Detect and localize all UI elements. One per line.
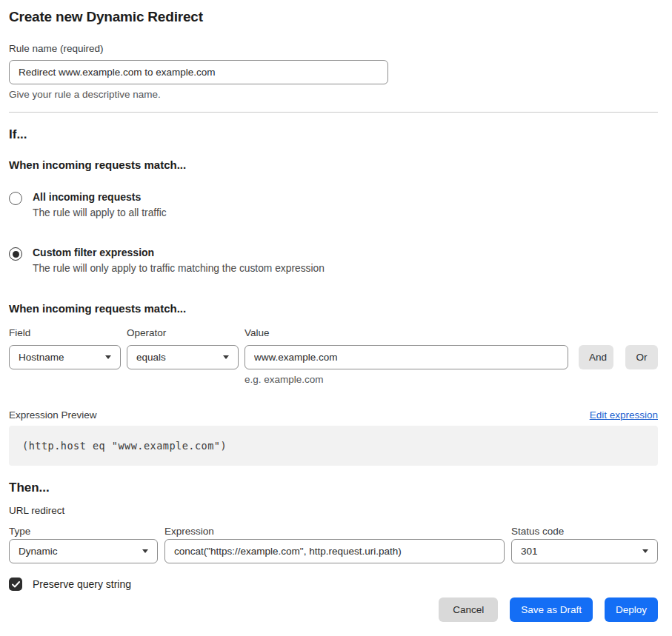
expression-preview-label: Expression Preview <box>9 409 97 421</box>
section-divider <box>9 112 658 113</box>
type-select[interactable]: Dynamic <box>9 539 158 563</box>
chevron-down-icon <box>642 549 648 553</box>
match-heading: When incoming requests match... <box>9 158 658 171</box>
radio-all-requests-icon[interactable] <box>9 192 22 205</box>
type-label: Type <box>9 526 164 537</box>
create-dynamic-redirect-form: Create new Dynamic Redirect Rule name (r… <box>0 0 672 636</box>
status-code-select[interactable]: 301 <box>511 539 658 563</box>
and-button[interactable]: And <box>579 345 613 369</box>
edit-expression-link[interactable]: Edit expression <box>590 409 658 421</box>
radio-all-requests-label: All incoming requests <box>33 191 167 204</box>
save-as-draft-button[interactable]: Save as Draft <box>510 597 593 622</box>
expression-preview-box: (http.host eq "www.example.com") <box>9 426 658 466</box>
preserve-query-label: Preserve query string <box>33 578 131 590</box>
field-label: Field <box>9 327 127 338</box>
type-select-value: Dynamic <box>19 546 58 557</box>
expression-label: Expression <box>164 526 511 537</box>
radio-custom-filter-description: The rule will only apply to traffic matc… <box>33 262 325 275</box>
value-label: Value <box>244 327 658 338</box>
radio-custom-filter-icon[interactable] <box>9 247 22 261</box>
deploy-button[interactable]: Deploy <box>605 597 658 622</box>
or-button[interactable]: Or <box>625 345 658 369</box>
url-redirect-label: URL redirect <box>9 505 658 516</box>
radio-all-requests-description: The rule will apply to all traffic <box>33 207 167 219</box>
condition-heading: When incoming requests match... <box>9 302 658 315</box>
field-select[interactable]: Hostname <box>9 345 121 369</box>
chevron-down-icon <box>223 355 229 359</box>
radio-custom-filter-label: Custom filter expression <box>33 247 325 259</box>
status-code-select-value: 301 <box>521 546 538 557</box>
redirect-expression-input[interactable] <box>164 539 505 563</box>
field-select-value: Hostname <box>19 352 64 363</box>
radio-option-all-requests[interactable]: All incoming requests The rule will appl… <box>9 191 658 219</box>
operator-select-value: equals <box>136 352 166 363</box>
chevron-down-icon <box>105 355 111 359</box>
value-input[interactable] <box>244 345 568 369</box>
operator-select[interactable]: equals <box>127 345 239 369</box>
operator-label: Operator <box>127 327 244 338</box>
page-title: Create new Dynamic Redirect <box>9 9 658 25</box>
checkbox-checked-icon[interactable] <box>9 578 22 591</box>
value-helper: e.g. example.com <box>244 374 658 385</box>
rule-name-helper: Give your rule a descriptive name. <box>9 89 658 100</box>
expression-preview-code: (http.host eq "www.example.com") <box>22 440 227 452</box>
if-section-heading: If... <box>9 127 658 142</box>
radio-option-custom-filter[interactable]: Custom filter expression The rule will o… <box>9 247 658 275</box>
cancel-button[interactable]: Cancel <box>439 597 498 622</box>
rule-name-input[interactable] <box>9 60 388 84</box>
chevron-down-icon <box>142 549 148 553</box>
then-section-heading: Then... <box>9 481 658 495</box>
status-code-label: Status code <box>511 526 658 537</box>
preserve-query-row[interactable]: Preserve query string <box>9 578 658 591</box>
rule-name-label: Rule name (required) <box>9 43 658 54</box>
